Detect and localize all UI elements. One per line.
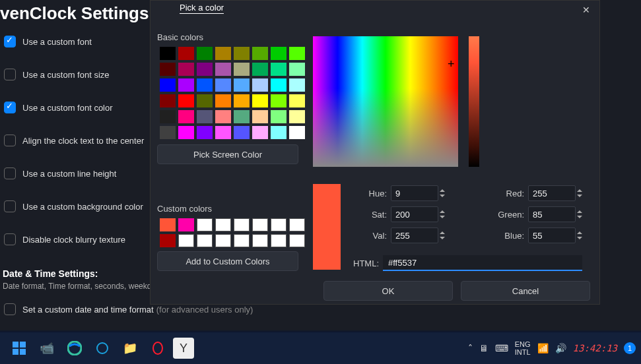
volume-icon[interactable]: 🔊: [555, 343, 566, 353]
color-swatch[interactable]: [289, 63, 305, 76]
blue-input[interactable]: [528, 228, 576, 243]
color-swatch[interactable]: [252, 47, 268, 60]
custom-swatch[interactable]: [215, 234, 231, 247]
custom-swatch[interactable]: [271, 234, 287, 247]
color-swatch[interactable]: [289, 126, 305, 139]
custom-swatch[interactable]: [160, 218, 176, 231]
color-swatch[interactable]: [197, 94, 213, 107]
opera-icon[interactable]: [145, 336, 170, 361]
color-swatch[interactable]: [215, 94, 231, 107]
color-swatch[interactable]: [234, 94, 250, 107]
custom-swatch[interactable]: [289, 218, 305, 231]
custom-swatch[interactable]: [178, 218, 194, 231]
edge-icon[interactable]: [62, 336, 87, 361]
color-swatch[interactable]: [160, 94, 176, 107]
color-swatch[interactable]: [234, 63, 250, 76]
color-swatch[interactable]: [234, 110, 250, 123]
color-swatch[interactable]: [178, 126, 194, 139]
custom-swatch[interactable]: [197, 234, 213, 247]
app-icon[interactable]: Y: [173, 338, 194, 359]
color-swatch[interactable]: [252, 94, 268, 107]
option-checkbox[interactable]: [4, 102, 16, 113]
cancel-button[interactable]: Cancel: [461, 281, 590, 301]
color-swatch[interactable]: [215, 63, 231, 76]
color-swatch[interactable]: [289, 110, 305, 123]
option-checkbox[interactable]: [4, 36, 16, 47]
val-input[interactable]: [391, 228, 438, 243]
color-swatch[interactable]: [289, 78, 305, 92]
color-swatch[interactable]: [252, 126, 268, 139]
color-swatch[interactable]: [197, 47, 213, 60]
wifi-icon[interactable]: 📶: [537, 343, 549, 353]
color-swatch[interactable]: [234, 126, 250, 139]
hue-input[interactable]: [391, 185, 438, 201]
color-swatch[interactable]: [178, 94, 194, 107]
color-swatch[interactable]: [197, 126, 213, 139]
color-swatch[interactable]: [289, 47, 305, 60]
ok-button[interactable]: OK: [323, 281, 453, 301]
html-input[interactable]: [383, 255, 582, 271]
color-swatch[interactable]: [252, 78, 268, 92]
color-swatch[interactable]: [178, 47, 194, 60]
color-swatch[interactable]: [197, 110, 213, 123]
custom-swatch[interactable]: [252, 234, 268, 247]
pick-screen-color-button[interactable]: Pick Screen Color: [157, 144, 298, 164]
custom-swatch[interactable]: [252, 218, 268, 231]
color-swatch[interactable]: [271, 94, 287, 107]
color-swatch[interactable]: [215, 110, 231, 123]
color-swatch[interactable]: [234, 47, 250, 60]
color-swatch[interactable]: [197, 63, 213, 76]
red-spinner[interactable]: [577, 185, 586, 201]
color-swatch[interactable]: [271, 126, 287, 139]
color-swatch[interactable]: [160, 110, 176, 123]
notification-badge[interactable]: 1: [624, 342, 636, 354]
hue-slider[interactable]: [469, 36, 479, 167]
color-swatch[interactable]: [178, 78, 194, 92]
option-checkbox[interactable]: [4, 200, 16, 212]
blue-spinner[interactable]: [577, 228, 586, 243]
add-to-custom-button[interactable]: Add to Custom Colors: [157, 251, 298, 271]
color-swatch[interactable]: [160, 126, 176, 139]
hue-spinner[interactable]: [440, 185, 449, 201]
color-swatch[interactable]: [178, 110, 194, 123]
color-swatch[interactable]: [271, 47, 287, 60]
color-swatch[interactable]: [215, 126, 231, 139]
sat-input[interactable]: [391, 206, 438, 222]
teams-icon[interactable]: 📹: [34, 336, 59, 361]
color-swatch[interactable]: [160, 47, 176, 60]
color-swatch[interactable]: [252, 63, 268, 76]
explorer-icon[interactable]: 📁: [118, 336, 143, 361]
val-spinner[interactable]: [440, 228, 449, 243]
custom-swatch[interactable]: [271, 218, 287, 231]
custom-swatch[interactable]: [215, 218, 231, 231]
color-swatch[interactable]: [271, 78, 287, 92]
advanced-checkbox[interactable]: [4, 303, 16, 315]
custom-swatch[interactable]: [234, 234, 250, 247]
green-input[interactable]: [528, 206, 576, 222]
green-spinner[interactable]: [577, 206, 586, 222]
tray-chevron-icon[interactable]: ˄: [468, 343, 473, 353]
option-checkbox[interactable]: [4, 69, 16, 80]
color-swatch[interactable]: [271, 63, 287, 76]
saturation-value-picker[interactable]: +: [313, 36, 458, 167]
color-swatch[interactable]: [160, 78, 176, 92]
red-input[interactable]: [528, 185, 576, 201]
start-button[interactable]: [7, 336, 32, 361]
drive-icon[interactable]: 🖥: [479, 343, 489, 353]
color-swatch[interactable]: [197, 78, 213, 92]
sat-spinner[interactable]: [440, 206, 449, 222]
option-checkbox[interactable]: [4, 167, 16, 179]
color-swatch[interactable]: [271, 110, 287, 123]
clock-display[interactable]: 13:42:13: [573, 343, 617, 353]
close-button[interactable]: ✕: [573, 1, 599, 19]
color-swatch[interactable]: [234, 78, 250, 92]
cortana-icon[interactable]: [90, 336, 115, 361]
custom-swatch[interactable]: [178, 234, 194, 247]
language-indicator[interactable]: ENGINTL: [515, 340, 531, 356]
custom-swatch[interactable]: [234, 218, 250, 231]
option-checkbox[interactable]: [4, 135, 16, 146]
custom-swatch[interactable]: [160, 234, 176, 247]
color-swatch[interactable]: [252, 110, 268, 123]
color-swatch[interactable]: [178, 63, 194, 76]
custom-swatch[interactable]: [289, 234, 305, 247]
